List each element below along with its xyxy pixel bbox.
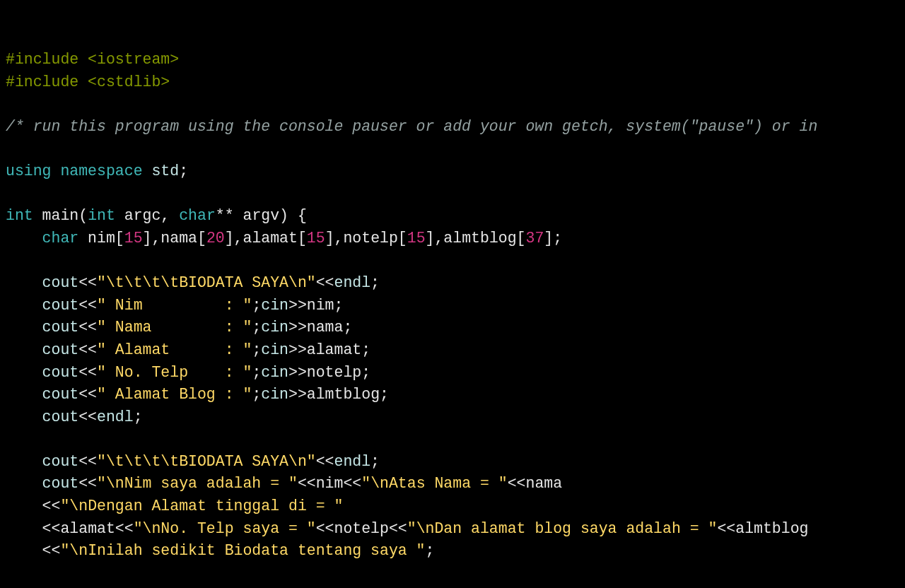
cout: cout	[6, 364, 78, 381]
type-int: int	[88, 207, 115, 224]
decl: ],alamat[	[225, 230, 307, 247]
op: <<	[316, 453, 334, 470]
decl: ];	[544, 230, 562, 247]
string: "\nInilah sedikit Biodata tentang saya "	[60, 542, 425, 559]
op: <<	[6, 520, 60, 537]
decl: ],nama[	[143, 230, 206, 247]
string: " Nama : "	[97, 319, 252, 336]
cout: cout	[6, 297, 78, 314]
op: <<	[115, 520, 134, 537]
semi: ;	[134, 408, 143, 425]
param: ** argv) {	[216, 207, 307, 224]
endl: endl	[97, 408, 134, 425]
cin: cin	[261, 386, 288, 403]
decl: ],almtblog[	[426, 230, 526, 247]
op: >>	[288, 319, 307, 336]
op: >>	[288, 386, 307, 403]
op: >>	[288, 297, 307, 314]
num: 15	[307, 230, 325, 247]
var: nim;	[307, 297, 344, 314]
keyword-namespace: namespace	[52, 163, 143, 180]
num: 37	[526, 230, 544, 247]
var: almtblog;	[307, 386, 389, 403]
semi: ;	[179, 163, 188, 180]
semi: ;	[252, 364, 261, 381]
op: <<	[78, 453, 97, 470]
string: "\nDengan Alamat tinggal di = "	[60, 498, 343, 514]
string: "\nDan alamat blog saya adalah = "	[407, 520, 718, 537]
string: " Alamat Blog : "	[97, 386, 252, 403]
op: <<	[298, 475, 316, 492]
semi: ;	[252, 319, 261, 336]
op: <<	[316, 274, 334, 291]
header: <cstdlib>	[78, 74, 170, 90]
string: "\nNo. Telp saya = "	[134, 520, 316, 537]
cin: cin	[261, 341, 288, 358]
var: notelp;	[307, 364, 370, 381]
num: 15	[407, 230, 426, 247]
var: alamat;	[307, 341, 370, 358]
semi: ;	[252, 386, 261, 403]
cin: cin	[261, 297, 288, 314]
string: "\t\t\t\tBIODATA SAYA\n"	[97, 274, 316, 291]
param: argc,	[115, 207, 179, 224]
op: <<	[78, 341, 97, 358]
op: >>	[288, 341, 307, 358]
op: <<	[508, 475, 526, 492]
op: <<	[717, 520, 735, 537]
type-int: int	[6, 207, 33, 224]
op: <<	[78, 386, 97, 403]
code-editor: #include <iostream> #include <cstdlib> /…	[6, 49, 899, 588]
type-char: char	[6, 230, 78, 247]
num: 15	[124, 230, 143, 247]
cout: cout	[6, 408, 78, 425]
preproc: #include	[6, 51, 78, 68]
op: >>	[288, 364, 307, 381]
op: <<	[78, 408, 97, 425]
cin: cin	[261, 364, 288, 381]
header: <iostream>	[78, 51, 179, 68]
op: <<	[6, 542, 60, 559]
semi: ;	[370, 453, 380, 470]
semi: ;	[252, 297, 261, 314]
string: "\nAtas Nama = "	[361, 475, 507, 492]
op: <<	[6, 498, 60, 514]
semi: ;	[370, 274, 380, 291]
num: 20	[206, 230, 225, 247]
var: almtblog	[735, 520, 808, 537]
op: <<	[78, 297, 97, 314]
cin: cin	[261, 319, 288, 336]
op: <<	[78, 319, 97, 336]
string: "\t\t\t\tBIODATA SAYA\n"	[97, 453, 316, 470]
var: nama;	[307, 319, 353, 336]
ident-std: std	[143, 163, 180, 180]
op: <<	[78, 475, 97, 492]
cout: cout	[6, 386, 78, 403]
string: " Alamat : "	[97, 341, 252, 358]
decl: nim[	[78, 230, 124, 247]
string: " No. Telp : "	[97, 364, 252, 381]
cout: cout	[6, 319, 78, 336]
fn-main: main(	[33, 207, 88, 224]
string: "\nNim saya adalah = "	[97, 475, 298, 492]
var: nim	[316, 475, 344, 492]
op: <<	[343, 475, 361, 492]
semi: ;	[426, 542, 435, 559]
cout: cout	[6, 453, 78, 470]
op: <<	[389, 520, 407, 537]
var: notelp	[334, 520, 389, 537]
string: " Nim : "	[97, 297, 252, 314]
keyword-using: using	[6, 163, 52, 180]
endl: endl	[334, 453, 371, 470]
endl: endl	[334, 274, 371, 291]
type-char: char	[179, 207, 216, 224]
comment: /* run this program using the console pa…	[6, 118, 817, 135]
cout: cout	[6, 475, 78, 492]
decl: ],notelp[	[325, 230, 407, 247]
var: alamat	[60, 520, 115, 537]
semi: ;	[252, 341, 261, 358]
cout: cout	[6, 341, 78, 358]
op: <<	[316, 520, 334, 537]
cout: cout	[6, 274, 78, 291]
op: <<	[78, 274, 97, 291]
